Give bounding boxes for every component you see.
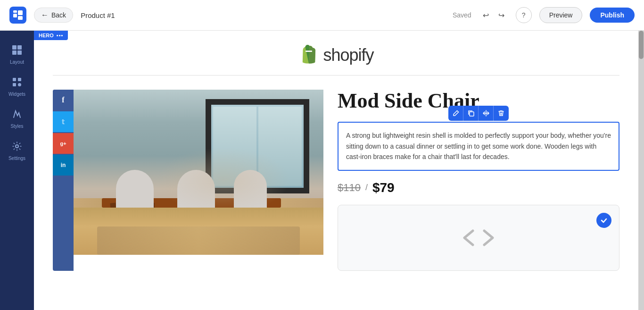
svg-rect-1 bbox=[18, 10, 23, 15]
check-badge bbox=[596, 213, 611, 228]
widgets-icon bbox=[12, 77, 22, 90]
hero-options-button[interactable]: ••• bbox=[57, 33, 64, 38]
svg-rect-9 bbox=[18, 78, 21, 81]
layout-icon bbox=[12, 45, 22, 58]
svg-rect-8 bbox=[13, 78, 16, 81]
canvas-area: shopify f 𝕥 g+ in bbox=[34, 31, 638, 310]
edit-tool-button[interactable] bbox=[448, 106, 463, 121]
back-arrow-icon: ← bbox=[41, 11, 49, 19]
facebook-share-button[interactable]: f bbox=[53, 90, 74, 110]
product-image bbox=[74, 90, 323, 255]
publish-button[interactable]: Publish bbox=[590, 8, 635, 23]
svg-point-11 bbox=[18, 83, 21, 86]
settings-icon bbox=[12, 141, 22, 154]
hero-label-text: HERO bbox=[39, 33, 54, 38]
layout-label: Layout bbox=[10, 59, 24, 65]
original-price: $110 bbox=[338, 182, 361, 194]
scrollbar-track[interactable] bbox=[638, 31, 644, 310]
svg-rect-0 bbox=[13, 14, 17, 17]
product-image-container: f 𝕥 g+ in bbox=[53, 90, 323, 271]
app-logo bbox=[9, 7, 26, 24]
svg-rect-10 bbox=[13, 83, 16, 86]
svg-rect-2 bbox=[18, 16, 23, 20]
sale-price: $79 bbox=[372, 180, 395, 195]
twitter-share-button[interactable]: 𝕥 bbox=[53, 111, 74, 132]
undo-button[interactable]: ↩ bbox=[479, 8, 493, 23]
svg-rect-3 bbox=[13, 10, 17, 13]
googleplus-share-button[interactable]: g+ bbox=[53, 133, 74, 154]
svg-rect-6 bbox=[12, 50, 17, 55]
saved-status: Saved bbox=[453, 11, 471, 19]
header-left: ← Back Product #1 bbox=[9, 7, 115, 24]
redo-button[interactable]: ↪ bbox=[495, 8, 508, 23]
styles-label: Styles bbox=[10, 124, 23, 129]
header-right: Saved ↩ ↪ ? Preview Publish bbox=[453, 7, 635, 23]
sidebar-item-settings[interactable]: Settings bbox=[3, 136, 31, 166]
price-section: $110 / $79 bbox=[338, 180, 619, 195]
shopify-logo: shopify bbox=[298, 45, 373, 66]
copy-tool-button[interactable] bbox=[463, 106, 479, 121]
sidebar: Layout Widgets Styles Settings bbox=[0, 31, 34, 310]
scrollbar-thumb[interactable] bbox=[639, 31, 644, 59]
price-separator: / bbox=[365, 183, 368, 193]
svg-point-12 bbox=[16, 145, 18, 148]
add-to-cart-section[interactable] bbox=[338, 205, 619, 271]
page-canvas: shopify f 𝕥 g+ in bbox=[34, 31, 638, 310]
header-divider bbox=[53, 75, 619, 75]
description-toolbar bbox=[448, 106, 509, 121]
settings-label: Settings bbox=[8, 156, 25, 161]
product-title: Product #1 bbox=[81, 11, 115, 19]
header: ← Back Product #1 Saved ↩ ↪ ? Preview Pu… bbox=[0, 0, 644, 31]
code-widget-icon bbox=[460, 226, 497, 250]
back-label: Back bbox=[51, 11, 66, 19]
svg-rect-4 bbox=[12, 45, 17, 50]
help-icon: ? bbox=[522, 11, 526, 19]
svg-rect-5 bbox=[17, 45, 22, 50]
undo-redo-group: ↩ ↪ bbox=[479, 8, 508, 23]
delete-tool-button[interactable] bbox=[494, 106, 509, 121]
product-info: Mod Side Chair bbox=[338, 90, 619, 271]
preview-button[interactable]: Preview bbox=[539, 7, 583, 23]
back-button[interactable]: ← Back bbox=[34, 8, 73, 23]
product-section: f 𝕥 g+ in bbox=[34, 90, 638, 290]
shopify-bag-icon bbox=[298, 45, 319, 66]
sidebar-item-layout[interactable]: Layout bbox=[3, 40, 31, 69]
sidebar-item-widgets[interactable]: Widgets bbox=[3, 72, 31, 101]
description-box[interactable]: A strong but lightweight resin shell is … bbox=[338, 122, 619, 170]
move-tool-button[interactable] bbox=[479, 106, 494, 121]
shopify-header: shopify bbox=[34, 31, 638, 75]
shopify-brand-name: shopify bbox=[323, 45, 373, 65]
help-button[interactable]: ? bbox=[516, 7, 532, 23]
linkedin-share-button[interactable]: in bbox=[53, 155, 74, 176]
hero-section-label: HERO ••• bbox=[34, 31, 68, 40]
svg-rect-14 bbox=[470, 112, 474, 116]
svg-rect-13 bbox=[305, 50, 312, 52]
styles-icon bbox=[12, 109, 22, 122]
svg-rect-7 bbox=[17, 50, 22, 55]
sidebar-item-styles[interactable]: Styles bbox=[3, 104, 31, 134]
widgets-label: Widgets bbox=[8, 92, 25, 97]
social-sidebar: f 𝕥 g+ in bbox=[53, 90, 74, 271]
product-description: A strong but lightweight resin shell is … bbox=[346, 130, 611, 162]
